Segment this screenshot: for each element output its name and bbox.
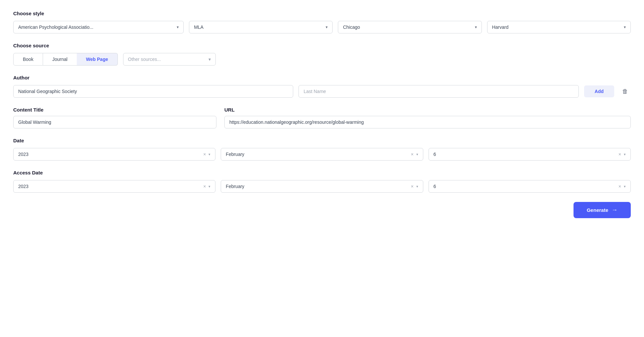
- mla-chevron-icon: ▾: [326, 25, 328, 29]
- content-url-section: Content Title URL: [13, 107, 631, 128]
- date-day-chevron-icon[interactable]: ▾: [624, 153, 626, 156]
- style-chicago-label: Chicago: [343, 24, 360, 30]
- style-harvard-label: Harvard: [492, 24, 509, 30]
- date-month-clear-button[interactable]: ×: [411, 152, 413, 157]
- style-select-harvard[interactable]: Harvard ▾: [487, 21, 631, 33]
- source-book-button[interactable]: Book: [13, 53, 43, 66]
- date-year-clear-button[interactable]: ×: [203, 152, 206, 157]
- chicago-chevron-icon: ▾: [475, 25, 477, 29]
- style-apa-label: American Psychological Associatio...: [18, 24, 93, 30]
- date-year-value: 2023: [18, 152, 28, 157]
- delete-author-button[interactable]: 🗑: [620, 85, 631, 98]
- content-url-row: Content Title URL: [13, 107, 631, 128]
- content-title-group: Content Title: [13, 107, 216, 128]
- access-date-year-value: 2023: [18, 184, 28, 189]
- date-day-select[interactable]: 6 × ▾: [429, 148, 631, 161]
- style-select-chicago[interactable]: Chicago ▾: [338, 21, 482, 33]
- date-month-chevron-icon[interactable]: ▾: [416, 153, 418, 156]
- date-year-select[interactable]: 2023 × ▾: [13, 148, 215, 161]
- source-journal-button[interactable]: Journal: [43, 53, 77, 66]
- access-date-row: 2023 × ▾ February × ▾ 6 × ▾: [13, 180, 631, 193]
- choose-source-section: Choose source Book Journal Web Page Othe…: [13, 43, 631, 66]
- date-month-value: February: [226, 152, 244, 157]
- access-date-section: Access Date 2023 × ▾ February × ▾ 6 × ▾: [13, 170, 631, 193]
- generate-button[interactable]: Generate →: [574, 202, 631, 218]
- access-date-label: Access Date: [13, 170, 631, 175]
- content-title-label: Content Title: [13, 107, 216, 113]
- access-date-month-value: February: [226, 184, 244, 189]
- footer-row: Generate →: [13, 202, 631, 218]
- source-webpage-button[interactable]: Web Page: [77, 53, 118, 66]
- date-label: Date: [13, 138, 631, 143]
- access-date-month-chevron-icon[interactable]: ▾: [416, 185, 418, 188]
- author-first-name-input[interactable]: [13, 85, 293, 98]
- access-date-month-clear-button[interactable]: ×: [411, 184, 413, 189]
- date-day-value: 6: [434, 152, 436, 157]
- choose-style-section: Choose style American Psychological Asso…: [13, 11, 631, 33]
- source-other-chevron-icon: ▾: [208, 57, 211, 62]
- source-other-placeholder: Other sources...: [128, 57, 161, 62]
- style-select-apa[interactable]: American Psychological Associatio... ▾: [13, 21, 184, 33]
- access-date-year-chevron-icon[interactable]: ▾: [208, 185, 210, 188]
- choose-style-label: Choose style: [13, 11, 631, 16]
- access-date-month-select[interactable]: February × ▾: [221, 180, 423, 193]
- generate-arrow-icon: →: [612, 207, 618, 214]
- trash-icon: 🗑: [622, 88, 628, 95]
- author-section: Author Add 🗑: [13, 75, 631, 98]
- content-title-input[interactable]: [13, 116, 216, 128]
- style-row: American Psychological Associatio... ▾ M…: [13, 21, 631, 33]
- access-date-day-select[interactable]: 6 × ▾: [429, 180, 631, 193]
- author-last-name-input[interactable]: [299, 85, 578, 98]
- source-row: Book Journal Web Page Other sources... ▾: [13, 53, 631, 66]
- url-label: URL: [224, 107, 631, 113]
- date-section: Date 2023 × ▾ February × ▾ 6 × ▾: [13, 138, 631, 161]
- style-select-mla[interactable]: MLA ▾: [189, 21, 333, 33]
- choose-source-label: Choose source: [13, 43, 631, 48]
- access-date-day-clear-button[interactable]: ×: [619, 184, 621, 189]
- add-author-button[interactable]: Add: [584, 85, 614, 97]
- access-date-day-chevron-icon[interactable]: ▾: [624, 185, 626, 188]
- style-mla-label: MLA: [194, 24, 204, 30]
- date-year-chevron-icon[interactable]: ▾: [208, 153, 210, 156]
- date-row: 2023 × ▾ February × ▾ 6 × ▾: [13, 148, 631, 161]
- access-date-year-select[interactable]: 2023 × ▾: [13, 180, 215, 193]
- author-label: Author: [13, 75, 631, 80]
- source-other-dropdown[interactable]: Other sources... ▾: [123, 53, 216, 66]
- url-group: URL: [224, 107, 631, 128]
- apa-chevron-icon: ▾: [177, 25, 179, 29]
- date-month-select[interactable]: February × ▾: [221, 148, 423, 161]
- generate-label: Generate: [587, 207, 608, 213]
- access-date-year-clear-button[interactable]: ×: [203, 184, 206, 189]
- author-row: Add 🗑: [13, 85, 631, 98]
- url-input[interactable]: [224, 116, 631, 128]
- access-date-day-value: 6: [434, 184, 436, 189]
- date-day-clear-button[interactable]: ×: [619, 152, 621, 157]
- harvard-chevron-icon: ▾: [624, 25, 626, 29]
